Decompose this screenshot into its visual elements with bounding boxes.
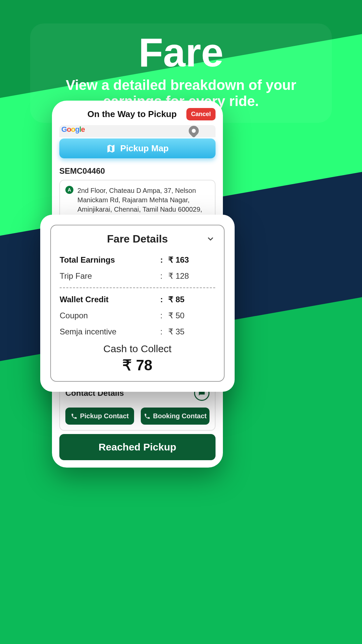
cancel-button[interactable]: Cancel xyxy=(186,108,216,120)
pickup-contact-button[interactable]: Pickup Contact xyxy=(65,408,134,425)
google-logo-icon: Google xyxy=(59,125,85,133)
fare-details-card: Fare Details Total Earnings : ₹ 163 Trip… xyxy=(40,215,235,392)
booking-contact-button[interactable]: Booking Contact xyxy=(141,408,209,425)
phone-icon xyxy=(144,413,150,420)
colon: : xyxy=(160,255,168,265)
map-preview[interactable]: Google xyxy=(59,125,216,137)
fare-row-trip-fare: Trip Fare : ₹ 128 xyxy=(60,271,215,281)
pickup-address-card[interactable]: A 2nd Floor, Chateau D Ampa, 37, Nelson … xyxy=(59,180,216,220)
fare-row-wallet-credit: Wallet Credit : ₹ 85 xyxy=(60,295,215,304)
pickup-contact-label: Pickup Contact xyxy=(80,412,129,420)
fare-details-title: Fare Details xyxy=(107,233,168,245)
fare-details-header[interactable]: Fare Details xyxy=(60,233,215,245)
cash-to-collect-label: Cash to Collect xyxy=(60,343,215,355)
address-point-badge: A xyxy=(65,186,73,194)
chevron-down-icon xyxy=(206,234,215,244)
fare-row-coupon: Coupon : ₹ 50 xyxy=(60,311,215,320)
fare-value: ₹ 163 xyxy=(168,255,215,265)
app-promo-background: Fare View a detailed breakdown of your e… xyxy=(0,0,362,644)
trip-status-title: On the Way to Pickup xyxy=(59,109,186,119)
cash-to-collect-amount: ₹ 78 xyxy=(60,357,215,374)
phone-icon xyxy=(71,413,77,420)
fare-label: Semja incentive xyxy=(60,327,160,336)
colon: : xyxy=(160,327,168,336)
fare-label: Coupon xyxy=(60,311,160,320)
fare-row-total-earnings: Total Earnings : ₹ 163 xyxy=(60,255,215,265)
pickup-map-button[interactable]: Pickup Map xyxy=(59,139,216,158)
divider xyxy=(60,287,215,288)
map-icon xyxy=(106,144,116,153)
fare-value: ₹ 50 xyxy=(168,311,215,320)
fare-details-panel: Fare Details Total Earnings : ₹ 163 Trip… xyxy=(50,225,225,382)
fare-label: Trip Fare xyxy=(60,271,160,281)
trip-id: SEMC04460 xyxy=(59,166,216,176)
colon: : xyxy=(160,295,168,304)
fare-value: ₹ 35 xyxy=(168,327,215,336)
fare-row-incentive: Semja incentive : ₹ 35 xyxy=(60,327,215,336)
colon: : xyxy=(160,271,168,281)
fare-value: ₹ 128 xyxy=(168,271,215,281)
cash-to-collect-section: Cash to Collect ₹ 78 xyxy=(60,343,215,374)
pickup-map-label: Pickup Map xyxy=(120,143,169,154)
map-pin-icon xyxy=(187,125,201,137)
fare-label: Total Earnings xyxy=(60,255,160,265)
fare-value: ₹ 85 xyxy=(168,295,215,304)
collapse-toggle[interactable] xyxy=(206,234,215,245)
booking-contact-label: Booking Contact xyxy=(153,412,207,420)
trip-header: On the Way to Pickup Cancel xyxy=(59,108,216,120)
fare-label: Wallet Credit xyxy=(60,295,160,304)
reached-pickup-button[interactable]: Reached Pickup xyxy=(59,434,216,460)
hero-title: Fare xyxy=(44,30,318,74)
colon: : xyxy=(160,311,168,320)
